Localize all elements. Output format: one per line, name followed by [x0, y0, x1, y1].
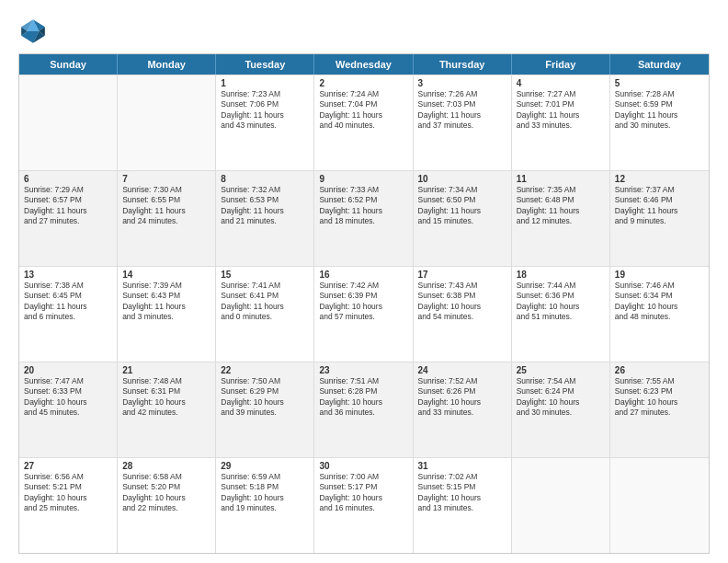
day-cell-23: 23Sunrise: 7:51 AMSunset: 6:28 PMDayligh…: [314, 362, 413, 457]
cell-line: Sunset: 6:39 PM: [319, 291, 407, 301]
calendar-row: 1Sunrise: 7:23 AMSunset: 7:06 PMDaylight…: [19, 75, 709, 170]
cell-line: Sunrise: 7:00 AM: [319, 472, 407, 482]
day-cell-6: 6Sunrise: 7:29 AMSunset: 6:57 PMDaylight…: [19, 171, 118, 266]
cell-line: Daylight: 11 hours: [615, 110, 704, 121]
cell-line: Daylight: 10 hours: [615, 397, 704, 408]
cell-line: Sunset: 6:59 PM: [615, 99, 704, 109]
day-number: 25: [517, 365, 605, 375]
cell-line: Sunrise: 7:39 AM: [122, 281, 210, 291]
cell-line: and 42 minutes.: [122, 408, 210, 418]
cell-line: Sunset: 6:33 PM: [24, 386, 112, 396]
day-number: 14: [122, 270, 210, 280]
day-number: 22: [221, 365, 309, 375]
cell-line: Sunrise: 7:29 AM: [24, 185, 112, 195]
page: SundayMondayTuesdayWednesdayThursdayFrid…: [0, 0, 728, 563]
day-cell-17: 17Sunrise: 7:43 AMSunset: 6:38 PMDayligh…: [414, 267, 512, 362]
cell-line: and 0 minutes.: [221, 312, 309, 322]
cell-line: Sunset: 6:45 PM: [24, 291, 112, 301]
cell-line: Sunset: 7:06 PM: [221, 99, 309, 109]
empty-cell: [610, 458, 709, 553]
day-number: 12: [615, 174, 704, 184]
cell-line: Sunset: 7:03 PM: [418, 99, 506, 109]
day-number: 18: [517, 270, 605, 280]
day-cell-5: 5Sunrise: 7:28 AMSunset: 6:59 PMDaylight…: [610, 75, 709, 170]
day-number: 21: [122, 365, 210, 375]
cell-line: and 48 minutes.: [615, 312, 704, 322]
day-cell-14: 14Sunrise: 7:39 AMSunset: 6:43 PMDayligh…: [118, 267, 216, 362]
cell-line: and 30 minutes.: [615, 121, 704, 131]
cell-line: and 54 minutes.: [418, 312, 506, 322]
cell-line: Sunrise: 7:42 AM: [319, 281, 407, 291]
cell-line: Sunrise: 7:38 AM: [24, 281, 112, 291]
day-number: 3: [418, 78, 506, 88]
cell-line: Sunrise: 7:47 AM: [24, 376, 112, 386]
cell-line: Daylight: 10 hours: [418, 397, 506, 408]
cell-line: Daylight: 10 hours: [615, 302, 704, 312]
cell-line: Sunrise: 7:55 AM: [615, 376, 704, 386]
cell-line: Sunrise: 6:59 AM: [221, 472, 309, 482]
day-number: 27: [24, 461, 112, 471]
calendar-header: SundayMondayTuesdayWednesdayThursdayFrid…: [19, 54, 709, 75]
cell-line: Daylight: 10 hours: [24, 397, 112, 408]
cell-line: Sunset: 5:17 PM: [319, 482, 407, 492]
day-number: 11: [517, 174, 605, 184]
cell-line: Daylight: 10 hours: [418, 302, 506, 312]
day-cell-24: 24Sunrise: 7:52 AMSunset: 6:26 PMDayligh…: [414, 362, 512, 457]
cell-line: Sunset: 6:34 PM: [615, 291, 704, 301]
cell-line: Daylight: 10 hours: [517, 302, 605, 312]
day-cell-30: 30Sunrise: 7:00 AMSunset: 5:17 PMDayligh…: [314, 458, 413, 553]
cell-line: and 3 minutes.: [122, 312, 210, 322]
cell-line: Daylight: 11 hours: [319, 206, 407, 216]
calendar: SundayMondayTuesdayWednesdayThursdayFrid…: [18, 53, 710, 554]
day-cell-28: 28Sunrise: 6:58 AMSunset: 5:20 PMDayligh…: [118, 458, 216, 553]
cell-line: and 22 minutes.: [122, 503, 210, 513]
cell-line: Sunrise: 7:44 AM: [517, 281, 605, 291]
cell-line: Sunrise: 7:51 AM: [319, 376, 407, 386]
cell-line: Sunset: 6:46 PM: [615, 195, 704, 205]
day-cell-19: 19Sunrise: 7:46 AMSunset: 6:34 PMDayligh…: [610, 267, 709, 362]
day-cell-13: 13Sunrise: 7:38 AMSunset: 6:45 PMDayligh…: [19, 267, 118, 362]
cell-line: Sunrise: 7:35 AM: [517, 185, 605, 195]
day-cell-10: 10Sunrise: 7:34 AMSunset: 6:50 PMDayligh…: [414, 171, 512, 266]
cell-line: Sunrise: 7:32 AM: [221, 185, 309, 195]
cell-line: Sunset: 6:28 PM: [319, 386, 407, 396]
cell-line: and 37 minutes.: [418, 121, 506, 131]
cell-line: Daylight: 10 hours: [221, 493, 309, 503]
cell-line: Daylight: 11 hours: [24, 206, 112, 216]
calendar-row: 13Sunrise: 7:38 AMSunset: 6:45 PMDayligh…: [19, 266, 709, 362]
day-cell-22: 22Sunrise: 7:50 AMSunset: 6:29 PMDayligh…: [216, 362, 314, 457]
cell-line: Sunrise: 7:26 AM: [418, 89, 506, 99]
day-number: 28: [122, 461, 210, 471]
cell-line: and 21 minutes.: [221, 216, 309, 226]
cell-line: Sunset: 5:18 PM: [221, 482, 309, 492]
calendar-row: 27Sunrise: 6:56 AMSunset: 5:21 PMDayligh…: [19, 457, 709, 553]
cell-line: and 36 minutes.: [319, 408, 407, 418]
day-number: 5: [615, 78, 704, 88]
cell-line: Daylight: 10 hours: [122, 493, 210, 503]
calendar-row: 20Sunrise: 7:47 AMSunset: 6:33 PMDayligh…: [19, 362, 709, 457]
cell-line: Daylight: 11 hours: [517, 110, 605, 121]
day-header-tuesday: Tuesday: [216, 54, 314, 75]
cell-line: Daylight: 11 hours: [221, 206, 309, 216]
cell-line: Sunset: 6:57 PM: [24, 195, 112, 205]
cell-line: Sunrise: 6:58 AM: [122, 472, 210, 482]
cell-line: Sunset: 6:26 PM: [418, 386, 506, 396]
empty-cell: [118, 75, 216, 170]
cell-line: and 33 minutes.: [418, 408, 506, 418]
day-header-wednesday: Wednesday: [314, 54, 413, 75]
day-number: 30: [319, 461, 407, 471]
cell-line: and 9 minutes.: [615, 216, 704, 226]
cell-line: Daylight: 11 hours: [517, 206, 605, 216]
cell-line: and 6 minutes.: [24, 312, 112, 322]
cell-line: and 40 minutes.: [319, 121, 407, 131]
day-cell-21: 21Sunrise: 7:48 AMSunset: 6:31 PMDayligh…: [118, 362, 216, 457]
day-cell-4: 4Sunrise: 7:27 AMSunset: 7:01 PMDaylight…: [512, 75, 610, 170]
cell-line: Sunrise: 7:33 AM: [319, 185, 407, 195]
day-header-thursday: Thursday: [414, 54, 512, 75]
calendar-body: 1Sunrise: 7:23 AMSunset: 7:06 PMDaylight…: [19, 75, 709, 553]
cell-line: and 19 minutes.: [221, 503, 309, 513]
cell-line: Daylight: 11 hours: [319, 110, 407, 121]
day-number: 13: [24, 270, 112, 280]
day-cell-3: 3Sunrise: 7:26 AMSunset: 7:03 PMDaylight…: [414, 75, 512, 170]
cell-line: Sunrise: 7:41 AM: [221, 281, 309, 291]
